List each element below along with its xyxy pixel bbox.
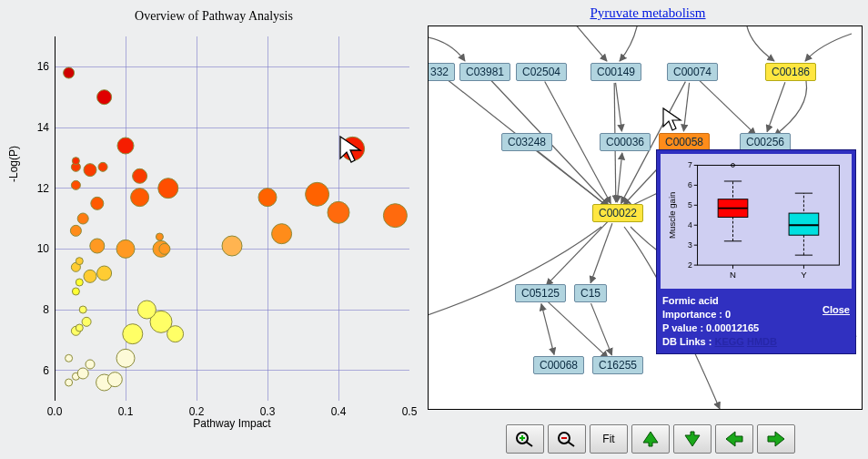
svg-line-43 (591, 303, 612, 355)
svg-text:Y: Y (801, 270, 807, 280)
pathway-bubble[interactable] (137, 301, 156, 319)
pathway-bubble[interactable] (117, 138, 134, 154)
popup-link-hmdb[interactable]: HMDB (747, 336, 777, 347)
pathway-bubble[interactable] (84, 270, 96, 282)
pathway-bubble[interactable] (90, 239, 105, 253)
bubble-plot[interactable] (55, 36, 409, 401)
y-axis-label: -Log(P) (7, 146, 20, 182)
pathway-bubble[interactable] (82, 317, 91, 326)
pathway-bubble[interactable] (76, 279, 83, 286)
pathway-bubble[interactable] (76, 258, 83, 265)
pathway-title-link[interactable]: Pyruvate metabolism (590, 5, 705, 20)
y-tick: 16 (27, 61, 49, 72)
node-c00068[interactable]: C00068 (533, 356, 584, 374)
pathway-bubble[interactable] (272, 224, 292, 244)
pathway-bubble[interactable] (156, 233, 163, 240)
node-c15[interactable]: C15 (574, 284, 607, 302)
node-c00036[interactable]: C00036 (600, 133, 651, 151)
pathway-bubble[interactable] (72, 288, 79, 295)
pathway-bubble[interactable] (158, 178, 178, 199)
popup-pvalue-label: P value : (662, 322, 703, 333)
pathway-bubble[interactable] (77, 368, 88, 379)
pathway-bubble[interactable] (383, 204, 407, 228)
y-tick: 6 (27, 365, 49, 376)
node-c00186[interactable]: C00186 (765, 63, 816, 81)
node-c03981[interactable]: C03981 (459, 63, 510, 81)
popup-links-label: DB Links : (662, 336, 712, 347)
pathway-bubble[interactable] (306, 182, 329, 206)
node-c00022[interactable]: C00022 (592, 204, 643, 222)
compound-popup: Muscle gain234567NY Close Formic acid Im… (656, 149, 856, 354)
svg-text:3: 3 (688, 240, 692, 250)
pathway-bubble[interactable] (97, 90, 112, 105)
x-tick: 0.2 (183, 405, 210, 418)
pathway-bubble[interactable] (116, 240, 135, 258)
pathway-bubble[interactable] (222, 236, 242, 256)
y-tick: 10 (27, 243, 49, 254)
svg-line-34 (617, 153, 622, 202)
pathway-bubble[interactable] (341, 137, 365, 160)
x-tick: 0.1 (112, 405, 139, 418)
pathway-bubble[interactable] (107, 372, 122, 387)
pathway-bubble[interactable] (86, 360, 95, 369)
pan-down-button[interactable] (673, 424, 712, 454)
popup-pvalue-value: 0.00012165 (706, 322, 759, 333)
pathway-bubble[interactable] (123, 324, 143, 344)
pathway-bubble[interactable] (66, 354, 73, 362)
node-c16255[interactable]: C16255 (592, 356, 643, 374)
pathway-bubble[interactable] (66, 379, 73, 386)
y-tick: 12 (27, 183, 49, 194)
pathway-bubble[interactable] (72, 158, 79, 165)
pathway-bubble[interactable] (159, 243, 170, 254)
pan-right-button[interactable] (757, 424, 795, 454)
fit-button[interactable]: Fit (590, 424, 628, 454)
pathway-bubble[interactable] (77, 213, 88, 224)
pathway-bubble[interactable] (70, 225, 81, 236)
node-c00074[interactable]: C00074 (667, 63, 718, 81)
node-c03248[interactable]: C03248 (501, 133, 552, 151)
popup-importance-value: 0 (725, 309, 731, 320)
popup-close-link[interactable]: Close (823, 303, 850, 317)
zoom-out-button[interactable] (548, 424, 586, 454)
svg-text:5: 5 (688, 200, 692, 209)
y-tick: 14 (27, 122, 49, 133)
svg-text:N: N (730, 270, 736, 280)
pathway-bubble[interactable] (79, 306, 86, 313)
pathway-bubble[interactable] (71, 180, 80, 189)
node-c02504[interactable]: C02504 (516, 63, 567, 81)
svg-line-32 (616, 83, 622, 131)
pathway-bubble[interactable] (167, 326, 184, 342)
svg-text:Muscle gain: Muscle gain (667, 192, 677, 239)
popup-boxplot: Muscle gain234567NY (661, 154, 852, 289)
popup-link-kegg[interactable]: KEGG (714, 336, 743, 347)
pathway-bubble[interactable] (84, 164, 96, 177)
pathway-overview-chart: Overview of Pathway Analysis 6810121416 … (0, 0, 428, 459)
x-axis-label: Pathway Impact (55, 417, 409, 430)
chart-title: Overview of Pathway Analysis (0, 9, 428, 24)
svg-line-41 (541, 304, 554, 355)
pathway-graph[interactable]: 332 C03981 C02504 C00149 C00074 C00186 C… (428, 26, 863, 410)
node-c00058[interactable]: C00058 (659, 133, 710, 151)
pathway-bubble[interactable] (116, 349, 135, 367)
node-332[interactable]: 332 (428, 63, 455, 81)
node-c00256[interactable]: C00256 (740, 133, 791, 151)
pathway-bubble[interactable] (76, 324, 83, 332)
pathway-bubble[interactable] (97, 266, 112, 280)
pan-up-button[interactable] (631, 424, 670, 454)
y-tick: 8 (27, 304, 49, 315)
pathway-bubble[interactable] (64, 67, 75, 78)
svg-line-37 (767, 82, 785, 131)
zoom-in-button[interactable] (506, 424, 544, 454)
pathway-bubble[interactable] (133, 168, 147, 183)
svg-text:7: 7 (688, 160, 692, 169)
node-c05125[interactable]: C05125 (515, 284, 566, 302)
pathway-bubble[interactable] (328, 201, 349, 223)
pan-left-button[interactable] (715, 424, 753, 454)
pathway-bubble[interactable] (258, 189, 277, 207)
popup-importance-label: Importance : (662, 309, 722, 320)
pathway-bubble[interactable] (91, 197, 104, 209)
pathway-bubble[interactable] (131, 189, 149, 207)
node-c00149[interactable]: C00149 (590, 63, 641, 81)
x-tick: 0.4 (325, 405, 352, 418)
pathway-bubble[interactable] (98, 162, 107, 171)
